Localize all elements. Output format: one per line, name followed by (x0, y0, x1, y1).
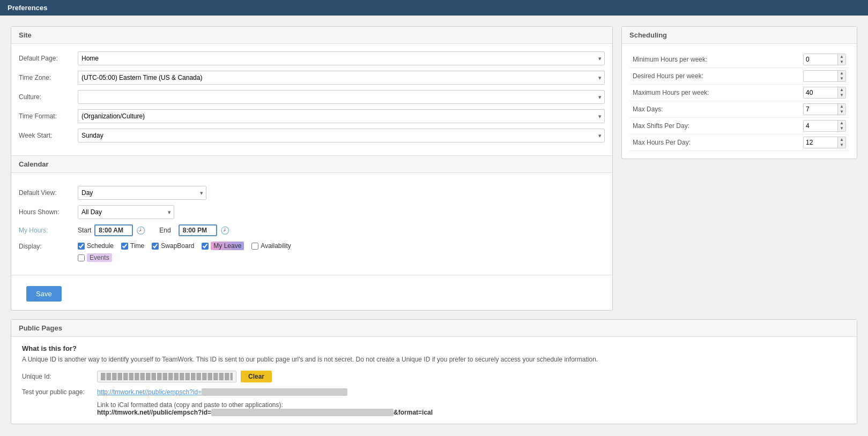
max-hours-value: ▲ ▼ (751, 85, 850, 101)
scheduling-title: Scheduling (622, 27, 857, 44)
max-shifts-up[interactable]: ▲ (838, 121, 845, 126)
culture-select-wrapper[interactable] (78, 90, 605, 104)
min-hours-down[interactable]: ▼ (838, 59, 845, 65)
checkbox-availability[interactable]: Availability (251, 242, 291, 250)
culture-row: Culture: (19, 90, 605, 104)
checkbox-swapboard-input[interactable] (152, 243, 159, 250)
test-page-row: Test your public page: http://tmwork.net… (22, 388, 846, 396)
min-hours-up[interactable]: ▲ (838, 54, 845, 59)
default-page-select-wrapper[interactable]: Home (78, 51, 605, 65)
default-view-select-wrapper[interactable]: Day (78, 186, 206, 200)
hours-shown-label: Hours Shown: (19, 208, 78, 216)
public-pages-desc: A Unique ID is another way to identify y… (22, 356, 846, 363)
checkbox-availability-input[interactable] (251, 243, 258, 250)
scheduling-body: Minimum Hours per week: ▲ ▼ (622, 44, 857, 159)
week-start-select[interactable]: Sunday (78, 129, 605, 142)
hours-shown-select-wrapper[interactable]: All Day (78, 205, 174, 219)
clear-button[interactable]: Clear (241, 371, 272, 382)
save-button[interactable]: Save (26, 286, 62, 302)
checkbox-time[interactable]: Time (121, 242, 144, 250)
default-view-select[interactable]: Day (78, 186, 206, 200)
checkbox-myleave-input[interactable] (202, 243, 209, 250)
min-hours-input[interactable] (804, 55, 837, 64)
culture-select[interactable] (78, 90, 605, 104)
checkbox-myleave[interactable]: My Leave (202, 242, 244, 250)
start-clock-icon[interactable]: 🕗 (136, 226, 145, 235)
default-page-row: Default Page: Home (19, 51, 605, 65)
desired-hours-input[interactable] (804, 71, 837, 81)
site-section-body: Default Page: Home Time Zone: (UTC-05:00… (11, 44, 612, 155)
my-hours-group: Start 8:00 AM 🕗 End 8:00 PM 🕗 (78, 224, 229, 236)
my-hours-label: My Hours: (19, 227, 78, 234)
min-hours-arrows: ▲ ▼ (837, 54, 845, 65)
max-hours-input-wrapper[interactable]: ▲ ▼ (803, 87, 846, 99)
checkbox-swapboard[interactable]: SwapBoard (152, 242, 194, 250)
timezone-label: Time Zone: (19, 74, 78, 81)
checkbox-events-input[interactable] (78, 254, 85, 261)
unique-id-input[interactable] (97, 371, 236, 382)
max-days-down[interactable]: ▼ (838, 109, 845, 115)
max-shifts-arrows: ▲ ▼ (837, 121, 845, 131)
desired-hours-arrows: ▲ ▼ (837, 71, 845, 81)
max-shifts-down[interactable]: ▼ (838, 126, 845, 131)
desired-hours-value: ▲ ▼ (751, 68, 850, 85)
ical-link: http://tmwork.net//public/empsch?id=████… (97, 409, 433, 416)
hours-shown-row: Hours Shown: All Day (19, 205, 605, 219)
public-pages-body: What is this for? A Unique ID is another… (11, 337, 857, 424)
calendar-section-title: Calendar (11, 156, 612, 173)
max-days-input[interactable] (804, 104, 837, 114)
max-hours-day-input[interactable] (804, 138, 837, 147)
min-hours-label: Minimum Hours per week: (629, 51, 751, 68)
max-hours-up[interactable]: ▲ (838, 87, 845, 93)
min-hours-row: Minimum Hours per week: ▲ ▼ (629, 51, 849, 68)
checkbox-events[interactable]: Events (78, 253, 333, 262)
start-time-input[interactable]: 8:00 AM (94, 224, 133, 236)
max-shifts-input-wrapper[interactable]: ▲ ▼ (803, 120, 846, 132)
week-start-label: Week Start: (19, 132, 78, 139)
end-clock-icon[interactable]: 🕗 (220, 226, 229, 235)
ical-id: ████████████████████████████████████████ (211, 409, 394, 416)
max-days-value: ▲ ▼ (751, 101, 850, 118)
min-hours-value: ▲ ▼ (751, 51, 850, 68)
desired-hours-up[interactable]: ▲ (838, 71, 845, 76)
max-shifts-row: Max Shifts Per Day: ▲ ▼ (629, 118, 849, 134)
min-hours-input-wrapper[interactable]: ▲ ▼ (803, 54, 846, 65)
start-label: Start (78, 227, 91, 234)
week-start-select-wrapper[interactable]: Sunday (78, 129, 605, 142)
default-view-label: Default View: (19, 189, 78, 197)
max-hours-day-input-wrapper[interactable]: ▲ ▼ (803, 137, 846, 148)
max-days-input-wrapper[interactable]: ▲ ▼ (803, 103, 846, 115)
checkbox-availability-label: Availability (261, 242, 291, 250)
time-format-select-wrapper[interactable]: (Organization/Culture) (78, 109, 605, 123)
ical-row: Link to iCal formatted data (copy and pa… (22, 401, 846, 416)
max-days-up[interactable]: ▲ (838, 104, 845, 109)
max-hours-day-arrows: ▲ ▼ (837, 137, 845, 148)
checkbox-schedule[interactable]: Schedule (78, 242, 114, 250)
desired-hours-down[interactable]: ▼ (838, 76, 845, 81)
ical-desc: Link to iCal formatted data (copy and pa… (97, 401, 846, 409)
test-page-link[interactable]: http://tmwork.net//public/empsch?id=████… (97, 388, 347, 396)
what-is-title: What is this for? (22, 344, 846, 352)
checkbox-time-input[interactable] (121, 243, 128, 250)
unique-id-label: Unique Id: (22, 373, 97, 380)
max-hours-day-down[interactable]: ▼ (838, 142, 845, 148)
timezone-select-wrapper[interactable]: (UTC-05:00) Eastern Time (US & Canada) (78, 71, 605, 85)
time-format-select[interactable]: (Organization/Culture) (78, 109, 605, 123)
hours-shown-select[interactable]: All Day (78, 205, 174, 219)
max-hours-day-up[interactable]: ▲ (838, 137, 845, 142)
end-time-input[interactable]: 8:00 PM (179, 224, 217, 236)
default-page-select[interactable]: Home (78, 51, 605, 65)
timezone-select[interactable]: (UTC-05:00) Eastern Time (US & Canada) (78, 71, 605, 85)
max-hours-down[interactable]: ▼ (838, 93, 845, 98)
max-shifts-input[interactable] (804, 121, 837, 131)
desired-hours-input-wrapper[interactable]: ▲ ▼ (803, 70, 846, 82)
max-hours-day-label: Max Hours Per Day: (629, 134, 751, 151)
max-hours-label: Maximum Hours per week: (629, 85, 751, 101)
checkbox-schedule-input[interactable] (78, 243, 85, 250)
checkbox-myleave-label: My Leave (211, 242, 244, 250)
scheduling-table: Minimum Hours per week: ▲ ▼ (629, 51, 849, 151)
test-page-link-wrapper: http://tmwork.net//public/empsch?id=████… (97, 388, 347, 396)
public-pages-card: Public Pages What is this for? A Unique … (11, 319, 857, 424)
max-hours-input[interactable] (804, 88, 837, 97)
max-days-arrows: ▲ ▼ (837, 104, 845, 115)
